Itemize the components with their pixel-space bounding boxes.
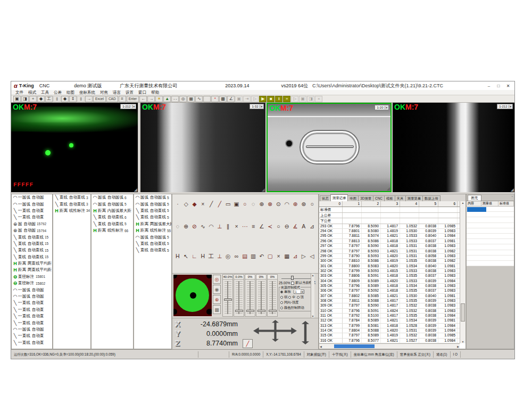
- toolbar-image-icon[interactable]: ▲: [163, 96, 171, 102]
- table-row[interactable]: 304 OK7.88098.50891.48201.05330.80391.09…: [319, 279, 466, 284]
- slider-thumb[interactable]: [257, 310, 265, 312]
- selected-cell[interactable]: [467, 207, 486, 212]
- toolbar-probe-icon[interactable]: ◆: [37, 96, 45, 102]
- toolbar-excel-export-button[interactable]: Excel: [93, 96, 106, 102]
- list-item[interactable]: ╲直线自动直线3: [53, 194, 90, 201]
- palette-tool-icon[interactable]: ⊕: [182, 222, 190, 231]
- toolbar-stop-icon[interactable]: ■: [267, 96, 275, 102]
- light-slider-1[interactable]: 0.0%: [234, 274, 244, 317]
- list-item[interactable]: ╲直线自动直线3: [53, 201, 90, 207]
- palette-tool-icon[interactable]: ⊗: [266, 200, 275, 209]
- list-item[interactable]: ◠圆弧自动圆弧5: [92, 201, 133, 207]
- table-row[interactable]: 296 OK7.88138.50861.48181.05330.80371.09…: [319, 239, 466, 244]
- palette-tool-icon[interactable]: ×: [198, 200, 207, 209]
- table-row[interactable]: 307 OK7.88028.50851.48211.05300.80401.09…: [319, 294, 466, 299]
- light-slider-4[interactable]: 0%: [267, 274, 278, 317]
- list-item[interactable]: ╲***直线自动直: [12, 214, 52, 220]
- palette-tool-icon[interactable]: ⊖: [282, 222, 291, 231]
- slider-track[interactable]: [225, 281, 231, 314]
- radio-weak[interactable]: [280, 296, 283, 299]
- table-row[interactable]: 306 OK7.87978.50921.48181.05350.80371.09…: [319, 289, 466, 293]
- maximize-button[interactable]: □: [495, 84, 502, 88]
- title-bar[interactable]: α T-King CNC demo 测试版 广东天行测量技术有限公司 2023.…: [11, 81, 514, 90]
- toolbar-zoom-minus-button[interactable]: - -: [171, 96, 179, 102]
- tab-8[interactable]: 数据上传: [422, 195, 440, 201]
- palette-tool-icon[interactable]: ▢: [266, 252, 275, 261]
- list-item[interactable]: ╲直线自动直线5: [92, 221, 133, 227]
- close-button[interactable]: ✕: [505, 84, 511, 88]
- toolbar-nav-left-icon[interactable]: ←: [139, 96, 147, 102]
- slider-track[interactable]: [236, 281, 243, 314]
- palette-tool-icon[interactable]: ╱: [207, 200, 215, 209]
- palette-tool-icon[interactable]: ◠: [282, 200, 291, 209]
- palette-tool-icon[interactable]: ◇: [182, 200, 190, 209]
- palette-tool-icon[interactable]: ○: [275, 222, 283, 231]
- list-item[interactable]: H距离线性标注66: [92, 227, 133, 234]
- toolbar-ibeam-icon[interactable]: 工: [45, 96, 53, 102]
- list-item[interactable]: ╲直线自动直线5: [134, 214, 171, 220]
- minimize-button[interactable]: –: [486, 84, 492, 88]
- palette-tool-icon[interactable]: ▣: [232, 200, 241, 209]
- undock-icon[interactable]: ▫: [512, 195, 513, 198]
- tab-7[interactable]: 测量菜单: [405, 195, 423, 201]
- toolbar-print-icon[interactable]: ≡: [119, 96, 126, 102]
- palette-tool-icon[interactable]: ◠: [207, 222, 215, 231]
- radio-strong[interactable]: [297, 296, 300, 299]
- palette-tool-icon[interactable]: ∥: [224, 222, 232, 231]
- palette-tool-icon[interactable]: ⊘: [190, 222, 199, 231]
- list-item[interactable]: ◠***圆弧自动圆: [12, 326, 52, 333]
- camera-view-1[interactable]: OKM:7 1-212▾ FFFFF ◢: [11, 103, 138, 192]
- list-item[interactable]: ⊕圆自动圆15792: [12, 221, 52, 227]
- palette-tool-icon[interactable]: ◆: [190, 200, 199, 209]
- resize-grip-icon[interactable]: ◢: [387, 187, 390, 191]
- tab-4[interactable]: CNC: [373, 195, 385, 201]
- ring-mode-button-1[interactable]: ◉: [213, 285, 221, 294]
- chevron-down-icon[interactable]: ▾: [132, 105, 135, 108]
- toolbar-cut-icon[interactable]: ×: [315, 96, 322, 102]
- toolbar-run-icon[interactable]: »: [283, 96, 290, 102]
- toolbar-probe-2-icon[interactable]: ◆: [61, 96, 69, 102]
- tab-5[interactable]: 模板: [384, 195, 395, 201]
- palette-tool-icon[interactable]: ×: [275, 252, 283, 261]
- camera-view-4[interactable]: OKM:7 1-212▾ ◢: [393, 103, 514, 192]
- palette-tool-icon[interactable]: H: [198, 252, 207, 261]
- palette-tool-icon[interactable]: ▥: [249, 252, 257, 261]
- list-item[interactable]: ╲***直线自动直: [12, 300, 52, 306]
- scroll-up-icon[interactable]: ▲: [460, 201, 466, 204]
- palette-tool-icon[interactable]: ◁: [308, 252, 317, 261]
- palette-tool-icon[interactable]: ○: [308, 200, 317, 209]
- slider-thumb[interactable]: [246, 310, 254, 312]
- ring-mode-button-0[interactable]: ◎: [213, 275, 221, 284]
- palette-tool-icon[interactable]: ×: [232, 222, 241, 231]
- palette-tool-icon[interactable]: ↖: [182, 252, 190, 261]
- ring-mode-button-2[interactable]: ⊕: [213, 295, 221, 304]
- table-row[interactable]: 310 OK7.87968.50911.48241.05320.80381.09…: [319, 309, 466, 314]
- palette-tool-icon[interactable]: ⋯: [240, 222, 249, 231]
- palette-tool-icon[interactable]: ≡: [249, 222, 257, 231]
- list-item[interactable]: ╲***直线自动直: [12, 340, 52, 346]
- list-item[interactable]: ◠***圆弧自动圆: [12, 194, 52, 201]
- palette-tool-icon[interactable]: ⊥: [215, 252, 224, 261]
- menu-item-1[interactable]: 模式: [28, 90, 36, 95]
- radio-mid[interactable]: [288, 296, 291, 299]
- list-item[interactable]: ◠***圆弧自动圆: [12, 293, 52, 300]
- menu-item-6[interactable]: 对焦: [100, 90, 108, 95]
- slider-thumb[interactable]: [235, 310, 243, 312]
- camera1-zoom-select[interactable]: 1-212▾: [120, 104, 136, 109]
- toolbar-nav-right-icon[interactable]: →: [147, 96, 155, 102]
- menu-item-2[interactable]: 工具: [41, 90, 49, 95]
- scroll-left-icon[interactable]: ◀: [320, 345, 322, 348]
- toolbar-play-2-icon[interactable]: ▷: [291, 96, 298, 102]
- palette-tool-icon[interactable]: ╱: [215, 200, 224, 209]
- toolbar-pattern-icon[interactable]: ▦: [187, 96, 195, 102]
- list-item[interactable]: ╲直线自动直线5: [134, 208, 171, 214]
- palette-tool-icon[interactable]: ∟: [190, 252, 199, 261]
- camera4-zoom-select[interactable]: 1-212▾: [497, 104, 513, 109]
- tab-1[interactable]: 测量记录: [330, 194, 348, 201]
- palette-tool-icon[interactable]: ∞: [232, 252, 241, 261]
- list-item[interactable]: ╲***直线自动直: [12, 307, 52, 313]
- ring-light-control[interactable]: [173, 275, 212, 316]
- list-item[interactable]: H距离线性标注55: [134, 227, 171, 234]
- list-item[interactable]: ⊕圆自动圆15794: [12, 227, 52, 234]
- table-row[interactable]: 301 OK7.88008.50831.48201.05340.80401.09…: [319, 264, 466, 269]
